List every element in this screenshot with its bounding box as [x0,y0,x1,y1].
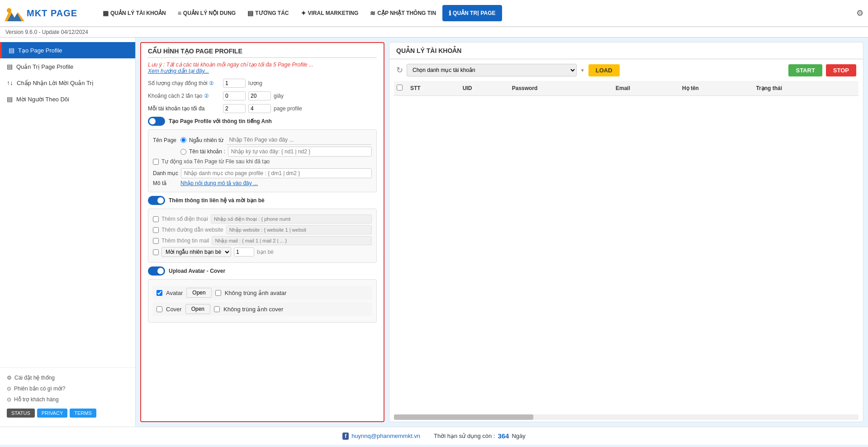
phone-input[interactable] [211,214,372,224]
nav-viral-marketing[interactable]: ✦ VIRAL MARKETING [295,6,364,20]
toggle-tieng-anh[interactable] [148,117,165,126]
account-table: STT UID Password Email Họ tên Trạng thái [389,81,863,413]
so-luong-input[interactable] [223,79,246,88]
account-panel: QUẢN LÝ TÀI KHOẢN ↻ Chọn danh mục tài kh… [389,42,863,422]
ten-page-ngau-nhien-input[interactable] [226,135,372,145]
account-title: QUẢN LÝ TÀI KHOẢN [389,43,863,59]
ten-page-span: Tên Page [153,137,178,143]
nav-menu: ▦ QUẢN LÝ TÀI KHOẢN ≡ QUẢN LÝ NỘI DUNG ▤… [97,5,854,21]
so-luong-info-icon[interactable]: ② [209,80,214,86]
website-checkbox[interactable] [153,227,159,233]
nav-cap-nhat-thong-tin[interactable]: ≋ CẬP NHẬT THÔNG TIN [365,6,441,20]
cover-no-duplicate-checkbox[interactable] [214,306,220,312]
nav-quan-tri-page[interactable]: ℹ QUẢN TRỊ PAGE [442,5,502,21]
btn-status[interactable]: STATUS [7,409,35,418]
btn-stop[interactable]: STOP [826,64,856,76]
content-area: CẤU HÌNH TẠO PAGE PROFILE Lưu ý : Tất cả… [136,38,868,427]
account-select[interactable]: Chọn danh mục tài khoản [407,64,577,76]
accounts-table: STT UID Password Email Họ tên Trạng thái [394,81,859,96]
nav-icon-3: ▤ [247,10,253,17]
sidebar-item-quan-tri-page-profile[interactable]: ▤ Quản Trị Page Profile [0,58,135,75]
khoang-cach-info-icon[interactable]: ② [204,93,209,99]
website-input[interactable] [226,225,372,234]
khoang-cach-input-2[interactable] [248,91,271,100]
sidebar-item-moi-nguoi-theo-doi[interactable]: ▤ Mời Người Theo Dõi [0,91,135,107]
mo-ta-label: Mô tả [153,180,178,186]
gear-button[interactable]: ⚙ [856,8,863,18]
sidebar-bottom-label-1: Cài đặt hệ thống [14,375,55,381]
avatar-no-duplicate-checkbox[interactable] [215,290,221,296]
nav-quan-ly-noi-dung[interactable]: ≡ QUẢN LÝ NỘI DUNG [172,6,242,20]
th-trang-thai: Trạng thái [753,81,859,96]
moi-ban-be-checkbox[interactable] [153,249,159,255]
radio-ten-tai-khoan-label: Tên tài khoản : [189,148,225,155]
toggle-upload-label: Upload Avatar - Cover [169,268,225,274]
toggle-lien-he-label: Thêm thông tin liên hệ và mời bạn bè [169,197,265,204]
info-icon-1: ⊙ [7,385,11,392]
upload-section: Avatar Open Không trùng ảnh avatar Cover… [148,279,377,323]
sidebar-bottom-label-3: Hỗ trợ khách hàng [14,396,59,403]
tu-dong-xoa-label: Tự động xóa Tên Page từ File sau khi đã … [161,158,270,165]
moi-ban-be-row: Mời ngẫu nhiên bạn bè bạn bè [153,247,372,257]
btn-start[interactable]: START [788,64,822,76]
sidebar-item-chap-nhan-loi-moi[interactable]: ↑↓ Chấp Nhận Lời Mời Quản Trị [0,75,135,91]
logo-text: MKT PAGE [27,8,77,19]
refresh-icon[interactable]: ↻ [396,65,403,75]
btn-load[interactable]: LOAD [588,64,620,76]
mail-input[interactable] [212,236,372,245]
ten-page-section: Tên Page Ngẫu nhiên từ Tên tài khoản : [148,129,377,192]
ten-tai-khoan-input[interactable] [228,147,372,157]
so-luong-unit: lượng [248,80,262,86]
danh-muc-input[interactable] [181,168,372,178]
tu-dong-xoa-checkbox[interactable] [153,159,159,165]
avatar-open-button[interactable]: Open [186,288,211,298]
table-header-row: STT UID Password Email Họ tên Trạng thái [394,81,859,96]
toggle-lien-he[interactable] [148,196,165,205]
khoang-cach-label: Khoảng cách 2 lần tạo ② [148,93,220,99]
th-ho-ten: Họ tên [679,81,754,96]
khoang-cach-input-1[interactable] [223,91,246,100]
version-bar: Version 9.6.0 - Update 04/12/2024 [0,27,868,38]
radio-ten-tai-khoan[interactable] [180,149,186,155]
sidebar-item-tao-page-profile[interactable]: ▤ Tạo Page Profile [0,42,135,58]
cover-checkbox[interactable] [157,306,162,312]
btn-terms[interactable]: TERMS [70,409,96,418]
avatar-checkbox[interactable] [157,290,162,296]
nav-quan-ly-tai-khoan[interactable]: ▦ QUẢN LÝ TÀI KHOẢN [97,6,171,20]
sidebar-label-4: Mời Người Theo Dõi [16,96,69,103]
sidebar-bottom-cai-dat[interactable]: ⚙ Cài đặt hệ thống [7,372,128,383]
radio-ngau-nhien[interactable] [180,137,186,143]
cover-row: Cover Open Không trùng ảnh cover [153,302,372,316]
btn-privacy[interactable]: PRIVACY [37,409,67,418]
th-checkbox [394,81,408,96]
horizontal-scrollbar[interactable] [394,414,859,420]
config-note-link[interactable]: Xem hướng dẫn tại đây... [148,68,209,74]
sidebar-bottom-label-2: Phiên bản có gì mới? [14,385,65,392]
toggle-tieng-anh-row: Tạo Page Profile với thông tin tiếng Anh [148,117,377,126]
sidebar-bottom-phien-ban[interactable]: ⊙ Phiên bản có gì mới? [7,383,128,394]
settings-icon: ⚙ [7,375,12,381]
scrollbar-thumb [394,414,533,420]
sidebar-icon-1: ▤ [9,47,14,54]
moi-ban-be-count-input[interactable] [234,247,254,257]
footer-days-unit: Ngày [512,433,525,439]
tu-dong-xoa-row: Tự động xóa Tên Page từ File sau khi đã … [153,158,372,165]
moi-ban-be-select[interactable]: Mời ngẫu nhiên bạn bè [161,247,231,257]
phone-checkbox[interactable] [153,216,159,222]
sidebar-label-1: Tạo Page Profile [18,47,62,54]
logo: MKT PAGE [5,5,95,21]
danh-muc-label: Danh mục [153,170,178,176]
so-luong-row: Số lượng chạy đồng thời ② lượng [148,79,377,88]
mo-ta-link[interactable]: Nhập nội dung mô tả vào đây ... [180,180,258,186]
mail-checkbox[interactable] [153,238,159,244]
sidebar-bottom-ho-tro[interactable]: ⊙ Hỗ trợ khách hàng [7,394,128,405]
moi-tai-khoan-input-2[interactable] [248,104,271,113]
nav-tuong-tac[interactable]: ▤ TƯƠNG TÁC [242,6,294,20]
select-all-checkbox[interactable] [397,85,403,90]
moi-tai-khoan-unit: page profile [274,105,302,112]
footer: f huynnq@phanmemmkt.vn Thời hạn sử dụng … [0,427,868,445]
moi-tai-khoan-input-1[interactable] [223,104,246,113]
toggle-upload[interactable] [148,266,165,276]
logo-icon [5,5,24,21]
cover-open-button[interactable]: Open [185,304,210,314]
